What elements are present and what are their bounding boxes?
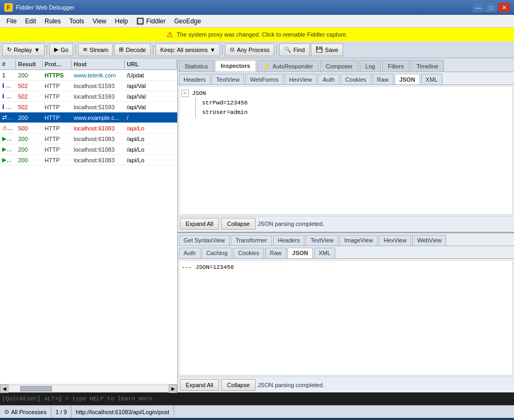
replay-icon: ↻ xyxy=(7,46,12,53)
bottom-subtabs-row2: Auth Caching Cookies Raw JSON XML xyxy=(178,246,514,259)
find-button[interactable]: 🔍 Find xyxy=(279,43,309,56)
subtab-auth-bottom[interactable]: Auth xyxy=(179,248,201,258)
close-button[interactable]: ✕ xyxy=(498,3,510,12)
menu-rules[interactable]: Rules xyxy=(40,15,65,27)
scroll-right-arrow[interactable]: ▶ xyxy=(169,384,177,393)
horizontal-scrollbar[interactable]: ◀ ▶ xyxy=(0,384,177,392)
subtab-auth[interactable]: Auth xyxy=(318,74,339,84)
cell-num: ℹ 1... xyxy=(0,103,16,110)
bottom-action-bar: Expand All Collapse JSON parsing complet… xyxy=(178,377,514,392)
tab-timeline[interactable]: Timeline xyxy=(411,60,444,72)
separator xyxy=(222,45,223,55)
table-row[interactable]: ▶ 1... 200 HTTP localhost:61083 /api/Lo xyxy=(0,144,177,155)
save-button[interactable]: 💾 Save xyxy=(311,43,343,56)
bottom-expand-button[interactable]: Expand All xyxy=(180,379,219,391)
top-expand-button[interactable]: Expand All xyxy=(180,218,219,230)
cell-result: 200 xyxy=(16,136,42,142)
subtab-json[interactable]: JSON xyxy=(395,74,420,84)
table-row[interactable]: ⚠ 1... 500 HTTP localhost:61083 /api/Lo xyxy=(0,123,177,134)
alert-bar[interactable]: ⚠ The system proxy was changed. Click to… xyxy=(0,28,514,41)
cell-protocol: HTTPS xyxy=(42,72,72,78)
tree-children: strPwd=123456 strUser=admin xyxy=(181,98,510,117)
menu-edit[interactable]: Edit xyxy=(21,15,40,27)
subtab-headers[interactable]: Headers xyxy=(179,74,211,84)
subtab-cookies[interactable]: Cookies xyxy=(341,74,371,84)
subtab-json-bottom[interactable]: JSON xyxy=(288,248,313,258)
tree-item-label: strPwd=123456 xyxy=(202,98,248,108)
col-header-num: # xyxy=(0,60,16,68)
col-header-host: Host xyxy=(72,60,125,68)
stream-button[interactable]: ≋ Stream xyxy=(78,43,113,56)
stream-icon: ≋ xyxy=(83,46,88,53)
subtab-caching[interactable]: Caching xyxy=(202,248,232,258)
quickexec-input[interactable] xyxy=(2,396,512,402)
table-row[interactable]: ℹ 1... 502 HTTP localhost:51593 /api/Val xyxy=(0,81,177,91)
decode-icon: ⊞ xyxy=(119,46,124,53)
menu-file[interactable]: File xyxy=(2,15,21,27)
table-row[interactable]: ▶ 1... 200 HTTP localhost:61083 /api/Lo xyxy=(0,134,177,144)
subtab-getsyntaxview[interactable]: Get SyntaxView xyxy=(179,235,230,246)
table-row[interactable]: ℹ 1... 502 HTTP localhost:51593 /api/Val xyxy=(0,102,177,112)
menu-geoedge[interactable]: GeoEdge xyxy=(170,15,205,27)
cell-host: localhost:61083 xyxy=(72,146,125,153)
subtab-hexview[interactable]: HexView xyxy=(284,74,317,84)
scroll-thumb[interactable] xyxy=(20,386,52,391)
subtab-transformer[interactable]: Transformer xyxy=(231,235,272,246)
scroll-left-arrow[interactable]: ◀ xyxy=(0,384,8,393)
tree-expand-icon[interactable]: − xyxy=(181,90,189,97)
minimize-button[interactable]: — xyxy=(473,3,484,12)
cell-protocol: HTTP xyxy=(42,93,72,100)
cell-url: /api/Val xyxy=(125,93,177,100)
status-process: ⊙ All Processes xyxy=(0,406,51,418)
subtab-raw[interactable]: Raw xyxy=(372,74,394,84)
bottom-status-text: JSON parsing completed. xyxy=(258,382,324,388)
decode-button[interactable]: ⊞ Decode xyxy=(114,43,151,56)
separator xyxy=(47,45,47,55)
bottom-collapse-button[interactable]: Collapse xyxy=(221,379,256,391)
menu-tools[interactable]: Tools xyxy=(65,15,89,27)
subtab-imageview[interactable]: ImageView xyxy=(339,235,378,246)
cell-result: 200 xyxy=(16,72,42,78)
subtab-raw-bottom[interactable]: Raw xyxy=(265,248,286,258)
tab-composer[interactable]: Composer xyxy=(320,60,359,72)
alert-icon: ⚠ xyxy=(167,30,173,39)
subtab-webforms[interactable]: WebForms xyxy=(245,74,283,84)
keep-button[interactable]: Keep: All sessions ▼ xyxy=(155,43,220,56)
replay-button[interactable]: ↻ Replay ▼ xyxy=(2,43,45,56)
top-collapse-button[interactable]: Collapse xyxy=(221,218,256,230)
cell-protocol: HTTP xyxy=(42,157,72,163)
tab-autoresponder[interactable]: ⚡ AutoResponder xyxy=(257,60,319,72)
menu-fiddler[interactable]: 🔲 Fiddler xyxy=(132,15,170,27)
cell-host: localhost:61083 xyxy=(72,157,125,163)
table-row[interactable]: ▶ 1... 200 HTTP localhost:61083 /api/Lo xyxy=(0,155,177,165)
cell-result: 200 xyxy=(16,146,42,153)
app-title: Fiddler Web Debugger xyxy=(16,4,74,11)
subtab-textview[interactable]: TextView xyxy=(212,74,245,84)
subtab-textview-bottom[interactable]: TextView xyxy=(306,235,338,246)
tab-inspectors[interactable]: Inspectors xyxy=(215,60,256,72)
subtab-hexview-bottom[interactable]: HexView xyxy=(379,235,411,246)
subtab-xml-bottom[interactable]: XML xyxy=(314,248,336,258)
table-row[interactable]: 1 200 HTTPS www.telerik.com /Updat xyxy=(0,70,177,81)
menu-help[interactable]: Help xyxy=(111,15,133,27)
tab-log[interactable]: Log xyxy=(360,60,381,72)
subtab-cookies-bottom[interactable]: Cookies xyxy=(233,248,264,258)
menu-view[interactable]: View xyxy=(89,15,111,27)
process-icon: ⊙ xyxy=(230,46,234,53)
bottom-subtabs-row1: Get SyntaxView Transformer Headers TextV… xyxy=(178,233,514,246)
alert-message: The system proxy was changed. Click to r… xyxy=(177,31,347,38)
maximize-button[interactable]: □ xyxy=(485,3,497,12)
tab-filters[interactable]: Filters xyxy=(382,60,410,72)
main-content: # Result Prot... Host URL 1 200 HTTPS ww… xyxy=(0,58,514,392)
table-row[interactable]: ⇄ 1... 200 HTTP www.example.c... / xyxy=(0,112,177,123)
table-row[interactable]: ℹ 1... 502 HTTP localhost:51593 /api/Val xyxy=(0,91,177,102)
subtab-headers-bottom[interactable]: Headers xyxy=(273,235,305,246)
scroll-track[interactable] xyxy=(9,386,168,392)
process-button[interactable]: ⊙ Any Process xyxy=(225,43,274,56)
subtab-xml[interactable]: XML xyxy=(421,74,443,84)
subtab-webview[interactable]: WebView xyxy=(412,235,446,246)
bottom-tree-label: --- JSON=123456 xyxy=(181,262,234,272)
tab-statistics[interactable]: Statistics xyxy=(179,60,214,72)
lightning-icon: ⚡ xyxy=(263,63,271,69)
go-button[interactable]: ▶ Go xyxy=(49,43,73,56)
